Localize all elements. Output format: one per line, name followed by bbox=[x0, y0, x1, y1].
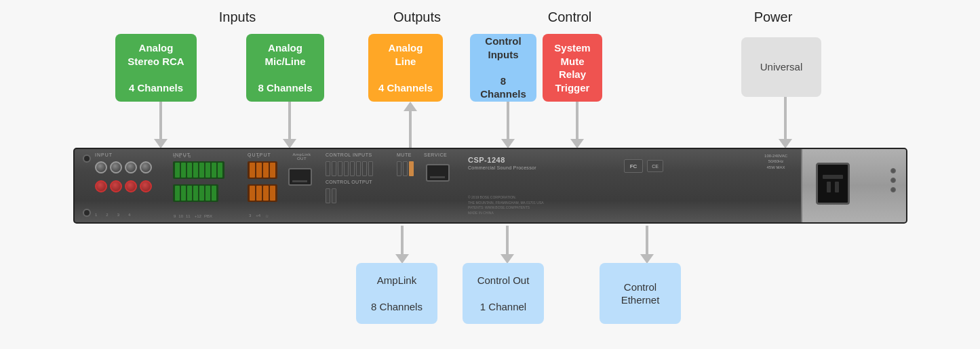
arrow-down-9 bbox=[640, 226, 654, 264]
label-control-ethernet-text: ControlEthernet bbox=[621, 281, 660, 307]
label-universal-ac-text: Universal bbox=[760, 60, 803, 74]
section-header-control: Control bbox=[536, 9, 604, 25]
rca-top-row bbox=[95, 161, 152, 173]
arrow-down-2 bbox=[283, 102, 296, 148]
arrow-up-3 bbox=[404, 102, 417, 148]
label-analog-stereo-rca: AnalogStereo RCA4 Channels bbox=[115, 34, 197, 102]
screw-bl bbox=[83, 209, 91, 217]
control-input-terminals bbox=[326, 161, 373, 176]
output-numbers-bottom: 3+4☆ bbox=[249, 213, 269, 218]
arrow-down-1 bbox=[154, 102, 168, 148]
label-control-out: Control Out1 Channel bbox=[463, 263, 544, 324]
rack-label-control-output: CONTROL OUTPUT bbox=[326, 180, 372, 184]
green-terminals-top bbox=[173, 161, 224, 179]
label-system-mute: SystemMuteRelayTrigger bbox=[543, 34, 602, 102]
arrow-down-6 bbox=[779, 97, 792, 148]
label-control-out-text: Control Out1 Channel bbox=[477, 274, 530, 314]
label-amplink: AmpLink8 Channels bbox=[356, 263, 437, 324]
label-analog-mic-line-text: AnalogMic/Line8 Channels bbox=[258, 41, 312, 94]
service-eth-port bbox=[426, 164, 450, 182]
orange-terminals-top bbox=[248, 161, 277, 179]
section-header-outputs: Outputs bbox=[383, 9, 451, 25]
model-subtitle: Commercial Sound Processor bbox=[468, 165, 536, 170]
label-control-inputs: ControlInputs8 Channels bbox=[470, 34, 536, 102]
green-terminals-bottom bbox=[173, 184, 218, 202]
screw-tl bbox=[83, 155, 91, 163]
rack-label-service: SERVICE bbox=[424, 152, 447, 157]
voltage-label: 100-240VAC50/60Hz45W MAX bbox=[764, 153, 787, 170]
label-universal-ac: Universal bbox=[741, 37, 821, 97]
green-terminal-numbers-bottom: 91011+12PBX bbox=[174, 214, 212, 218]
rack-label-mute: MUTE bbox=[397, 152, 412, 157]
mute-terminals bbox=[397, 161, 414, 176]
rca-numbers: 1234 bbox=[95, 213, 163, 217]
green-terminal-numbers-top: 5678 bbox=[174, 155, 191, 159]
rack-label-input: INPUT bbox=[95, 152, 113, 157]
rack-label-amplink: AmpLinkOUT bbox=[285, 152, 319, 161]
power-panel bbox=[801, 149, 906, 222]
cert-marks: FC CE bbox=[624, 159, 663, 173]
arrow-down-7 bbox=[395, 226, 409, 264]
diagram-container: Inputs Outputs Control Power AnalogStere… bbox=[0, 0, 980, 349]
label-analog-mic-line: AnalogMic/Line8 Channels bbox=[246, 34, 324, 102]
output-numbers-top: 12 bbox=[249, 155, 260, 159]
power-dots bbox=[890, 168, 896, 192]
regulatory-text: © 2019 BOSE CORPORATION. THE MOUNTAIN, F… bbox=[468, 195, 604, 215]
orange-terminals-bottom bbox=[248, 184, 277, 202]
amplink-eth-port bbox=[288, 168, 312, 186]
label-amplink-text: AmpLink8 Channels bbox=[371, 274, 423, 314]
label-analog-line-text: AnalogLine4 Channels bbox=[378, 41, 433, 94]
section-header-inputs: Inputs bbox=[197, 9, 278, 25]
iec-connector bbox=[816, 163, 850, 205]
model-label: CSP-1248 bbox=[468, 156, 505, 164]
label-control-inputs-text: ControlInputs8 Channels bbox=[479, 35, 527, 101]
arrow-down-5 bbox=[570, 102, 584, 148]
rack-device: INPUT 1234 INPUT bbox=[73, 148, 907, 224]
label-analog-stereo-rca-text: AnalogStereo RCA4 Channels bbox=[128, 41, 184, 94]
control-output-terminal bbox=[326, 188, 336, 203]
arrow-down-8 bbox=[501, 226, 514, 264]
rca-bottom-row bbox=[95, 180, 152, 192]
rack-label-control-inputs: CONTROL INPUTS bbox=[326, 152, 372, 157]
label-analog-line: AnalogLine4 Channels bbox=[368, 34, 443, 102]
label-system-mute-text: SystemMuteRelayTrigger bbox=[554, 41, 590, 94]
section-header-power: Power bbox=[739, 9, 807, 25]
arrow-down-4 bbox=[501, 102, 515, 148]
label-control-ethernet: ControlEthernet bbox=[600, 263, 681, 324]
